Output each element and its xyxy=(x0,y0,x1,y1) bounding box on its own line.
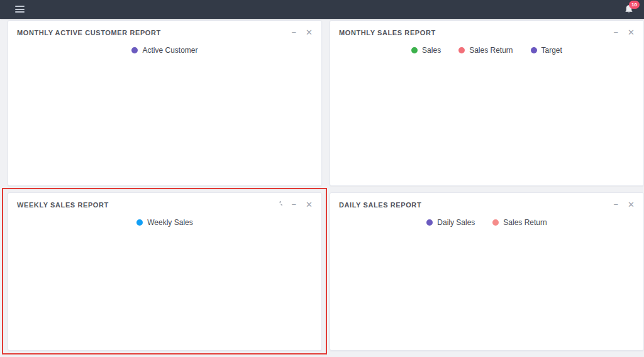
legend-item[interactable]: Sales xyxy=(411,46,441,55)
notifications-button[interactable]: 10 xyxy=(624,4,635,16)
panel-title: MONTHLY ACTIVE CUSTOMER REPORT xyxy=(17,29,161,36)
legend-label: Sales xyxy=(422,46,441,55)
panel-monthly-sales-report: MONTHLY SALES REPORT − ✕ SalesSales Retu… xyxy=(330,20,644,186)
legend-item[interactable]: Sales Return xyxy=(492,218,547,227)
panel-header: DAILY SALES REPORT − ✕ xyxy=(330,193,643,209)
panel-weekly-sales-report: WEEKLY SALES REPORT − ✕ Weekly Sales xyxy=(8,192,322,351)
close-icon[interactable]: ✕ xyxy=(628,28,635,36)
chart-legend: SalesSales ReturnTarget xyxy=(330,46,643,55)
legend-item[interactable]: Weekly Sales xyxy=(136,218,192,227)
monthly-sales-chart[interactable] xyxy=(331,57,642,178)
close-icon[interactable]: ✕ xyxy=(306,200,313,209)
menu-icon[interactable] xyxy=(15,6,25,14)
panel-title: WEEKLY SALES REPORT xyxy=(17,201,109,209)
notification-badge: 10 xyxy=(629,1,640,9)
minimize-icon[interactable]: − xyxy=(614,28,619,36)
daily-sales-chart[interactable] xyxy=(331,229,642,344)
panel-header: MONTHLY ACTIVE CUSTOMER REPORT − ✕ xyxy=(8,21,321,36)
legend-label: Target xyxy=(541,46,562,55)
panel-header: MONTHLY SALES REPORT − ✕ xyxy=(330,21,643,36)
legend-dot xyxy=(411,47,418,53)
legend-dot xyxy=(458,47,465,53)
legend-label: Sales Return xyxy=(503,218,547,227)
topbar: 10 xyxy=(0,0,644,19)
panel-title: MONTHLY SALES REPORT xyxy=(339,29,436,36)
chart-legend: Weekly Sales xyxy=(8,218,321,227)
chart-legend: Daily SalesSales Return xyxy=(330,218,643,227)
legend-label: Active Customer xyxy=(142,46,197,55)
legend-item[interactable]: Sales Return xyxy=(458,46,513,55)
monthly-active-customer-chart[interactable] xyxy=(9,57,320,178)
legend-item[interactable]: Active Customer xyxy=(131,46,197,55)
legend-item[interactable]: Daily Sales xyxy=(426,218,475,227)
panel-daily-sales-report: DAILY SALES REPORT − ✕ Daily SalesSales … xyxy=(330,192,644,351)
legend-dot xyxy=(426,219,433,226)
legend-dot xyxy=(131,47,138,53)
minimize-icon[interactable]: − xyxy=(292,28,297,36)
close-icon[interactable]: ✕ xyxy=(628,200,635,209)
legend-item[interactable]: Target xyxy=(531,46,562,55)
refresh-icon[interactable] xyxy=(275,201,282,209)
legend-dot xyxy=(492,219,499,226)
panel-monthly-active-customer-report: MONTHLY ACTIVE CUSTOMER REPORT − ✕ Activ… xyxy=(8,20,322,186)
close-icon[interactable]: ✕ xyxy=(306,28,313,36)
minimize-icon[interactable]: − xyxy=(614,200,619,209)
legend-label: Sales Return xyxy=(469,46,513,55)
panel-header: WEEKLY SALES REPORT − ✕ xyxy=(8,193,321,209)
legend-label: Daily Sales xyxy=(437,218,475,227)
minimize-icon[interactable]: − xyxy=(292,200,297,209)
weekly-sales-chart[interactable] xyxy=(9,229,320,344)
chart-legend: Active Customer xyxy=(8,46,321,55)
legend-dot xyxy=(136,219,143,226)
panel-title: DAILY SALES REPORT xyxy=(339,201,421,209)
legend-dot xyxy=(531,47,537,53)
legend-label: Weekly Sales xyxy=(147,218,192,227)
